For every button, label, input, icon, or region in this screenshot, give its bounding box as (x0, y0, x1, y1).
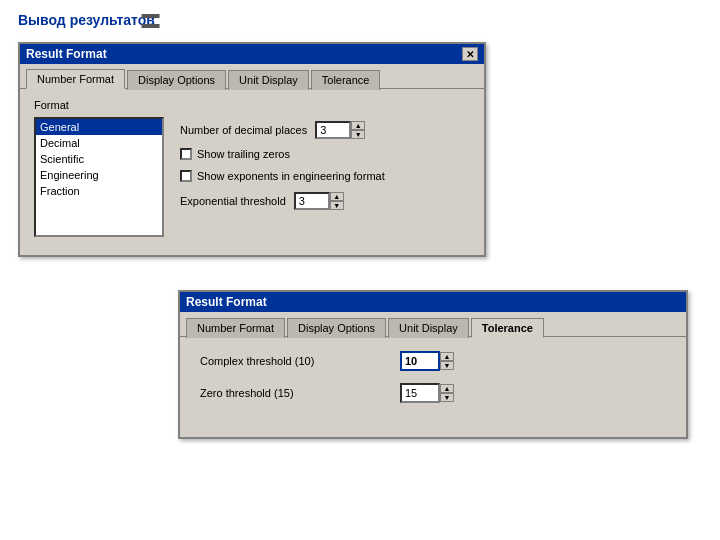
decimal-places-spin-buttons: ▲ ▼ (351, 121, 365, 139)
show-exponents-row: Show exponents in engineering format (180, 169, 470, 183)
dialog1-titlebar: Result Format ✕ (20, 44, 484, 64)
show-exponents-checkbox[interactable] (180, 170, 192, 182)
exponential-threshold-spin-down[interactable]: ▼ (330, 201, 344, 210)
tab2-number-format[interactable]: Number Format (186, 318, 285, 338)
dialog2-title: Result Format (186, 295, 267, 309)
dialog2-content: Complex threshold (10) ▲ ▼ Zero threshol… (180, 337, 686, 429)
dialog-result-format-1: Result Format ✕ Number Format Display Op… (18, 42, 486, 257)
list-item-fraction[interactable]: Fraction (36, 183, 162, 199)
exponential-threshold-spin-buttons: ▲ ▼ (330, 192, 344, 210)
zero-threshold-spin-buttons: ▲ ▼ (440, 384, 454, 402)
dialog1-bottom-bar (20, 247, 484, 255)
equals-icon: = (140, 4, 161, 40)
exponential-threshold-label: Exponential threshold (180, 195, 286, 207)
complex-threshold-spin-up[interactable]: ▲ (440, 352, 454, 361)
decimal-places-label: Number of decimal places (180, 124, 307, 136)
list-item-decimal[interactable]: Decimal (36, 135, 162, 151)
decimal-places-spin-up[interactable]: ▲ (351, 121, 365, 130)
decimal-places-row: Number of decimal places ▲ ▼ (180, 121, 470, 139)
complex-threshold-label: Complex threshold (10) (200, 355, 400, 367)
format-list-box[interactable]: General Decimal Scientific Engineering F… (34, 117, 164, 237)
trailing-zeros-row: Show trailing zeros (180, 147, 470, 161)
complex-threshold-input[interactable] (400, 351, 440, 371)
decimal-places-spin-down[interactable]: ▼ (351, 130, 365, 139)
dialog2-titlebar: Result Format (180, 292, 686, 312)
dialog2-bottom-bar (180, 429, 686, 437)
page-title: Вывод результатов (18, 12, 155, 28)
zero-threshold-row: Zero threshold (15) ▲ ▼ (200, 383, 666, 403)
show-exponents-label: Show exponents in engineering format (197, 169, 385, 183)
zero-threshold-spin-up[interactable]: ▲ (440, 384, 454, 393)
exponential-threshold-spinner: ▲ ▼ (294, 192, 344, 210)
list-item-engineering[interactable]: Engineering (36, 167, 162, 183)
decimal-places-input[interactable] (315, 121, 351, 139)
tab-unit-display[interactable]: Unit Display (228, 70, 309, 90)
complex-threshold-spin-buttons: ▲ ▼ (440, 352, 454, 370)
exponential-threshold-row: Exponential threshold ▲ ▼ (180, 192, 470, 210)
tab-number-format[interactable]: Number Format (26, 69, 125, 89)
content-row: General Decimal Scientific Engineering F… (34, 117, 470, 237)
trailing-zeros-label: Show trailing zeros (197, 147, 290, 161)
tab2-tolerance[interactable]: Tolerance (471, 318, 544, 338)
complex-threshold-spin-down[interactable]: ▼ (440, 361, 454, 370)
exponential-threshold-spin-up[interactable]: ▲ (330, 192, 344, 201)
dialog-result-format-2: Result Format Number Format Display Opti… (178, 290, 688, 439)
tab2-display-options[interactable]: Display Options (287, 318, 386, 338)
zero-threshold-input[interactable] (400, 383, 440, 403)
tab2-unit-display[interactable]: Unit Display (388, 318, 469, 338)
zero-threshold-spinner: ▲ ▼ (400, 383, 454, 403)
zero-threshold-spin-down[interactable]: ▼ (440, 393, 454, 402)
trailing-zeros-checkbox[interactable] (180, 148, 192, 160)
format-section-label: Format (34, 99, 470, 111)
decimal-places-spinner: ▲ ▼ (315, 121, 365, 139)
zero-threshold-label: Zero threshold (15) (200, 387, 400, 399)
dialog1-content: Format General Decimal Scientific Engine… (20, 89, 484, 247)
list-item-general[interactable]: General (36, 119, 162, 135)
tab-tolerance[interactable]: Tolerance (311, 70, 381, 90)
exponential-threshold-input[interactable] (294, 192, 330, 210)
dialog1-close-button[interactable]: ✕ (462, 47, 478, 61)
complex-threshold-row: Complex threshold (10) ▲ ▼ (200, 351, 666, 371)
tab-display-options[interactable]: Display Options (127, 70, 226, 90)
list-item-scientific[interactable]: Scientific (36, 151, 162, 167)
dialog1-tabs: Number Format Display Options Unit Displ… (20, 64, 484, 89)
dialog2-tabs: Number Format Display Options Unit Displ… (180, 312, 686, 337)
dialog1-title: Result Format (26, 47, 107, 61)
complex-threshold-spinner: ▲ ▼ (400, 351, 454, 371)
right-options: Number of decimal places ▲ ▼ Show traili… (180, 117, 470, 237)
